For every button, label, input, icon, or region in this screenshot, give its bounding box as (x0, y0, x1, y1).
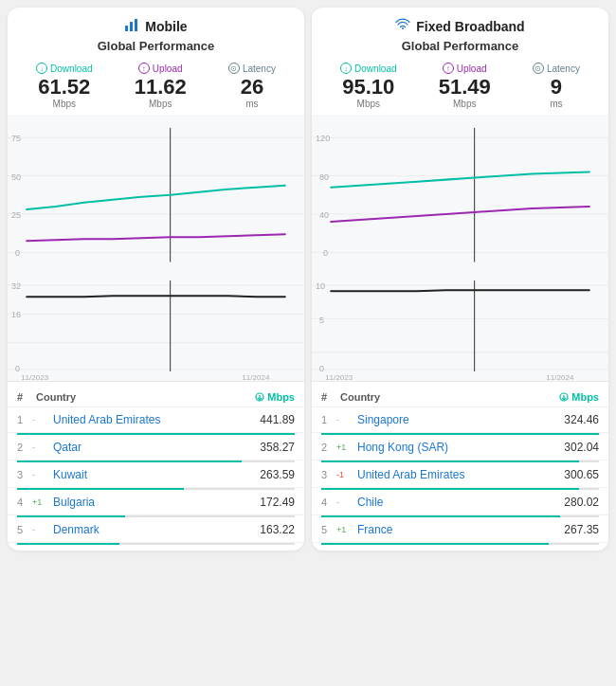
svg-text:11/2024: 11/2024 (546, 373, 574, 381)
row-value: 263.59 (260, 468, 295, 481)
row-change: - (336, 415, 357, 424)
mobile-download-label: Download (50, 63, 92, 74)
fixed-download-metric: ↓ Download 95.10 Mbps (340, 63, 396, 109)
row-change: - (336, 497, 357, 507)
svg-text:40: 40 (319, 210, 329, 220)
row-num: 4 (17, 496, 32, 508)
country-name[interactable]: Denmark (53, 523, 260, 536)
mobile-upload-value: 11.62 (135, 76, 187, 99)
mobile-latency-metric: ⊙ Latency 26 ms (228, 63, 276, 109)
fixed-download-value: 95.10 (340, 76, 396, 99)
row-num: 1 (17, 414, 32, 425)
country-name[interactable]: Chile (357, 496, 564, 509)
upload-icon: ↑ (138, 63, 150, 74)
row-num: 1 (321, 414, 336, 425)
svg-text:32: 32 (11, 281, 21, 291)
mobile-upload-metric: ↑ Upload 11.62 Mbps (135, 63, 187, 109)
upload-icon: ↑ (443, 63, 454, 74)
mobile-top-chart-svg: 75 50 25 0 (8, 118, 304, 272)
row-num: 4 (321, 496, 336, 508)
country-name[interactable]: Hong Kong (SAR) (357, 441, 564, 454)
mobile-header: Mobile (8, 8, 304, 39)
row-change: +1 (32, 497, 53, 507)
fixed-latency-label: Latency (547, 63, 580, 74)
row-num: 2 (321, 442, 336, 453)
mobile-upload-unit: Mbps (135, 99, 187, 109)
svg-text:25: 25 (11, 210, 21, 220)
country-name[interactable]: France (357, 523, 564, 536)
mobile-latency-value: 26 (228, 76, 276, 99)
row-num: 3 (321, 469, 336, 480)
country-name[interactable]: Bulgaria (53, 496, 260, 509)
row-change: - (32, 442, 53, 452)
table-row: 1 - United Arab Emirates 441.89 (8, 407, 304, 433)
row-num: 5 (17, 524, 32, 535)
country-name[interactable]: Qatar (53, 441, 260, 454)
country-name[interactable]: United Arab Emirates (357, 468, 564, 481)
svg-text:120: 120 (316, 134, 330, 143)
mobile-top-chart: 75 50 25 0 (8, 115, 304, 272)
mobile-download-unit: Mbps (36, 99, 92, 109)
table-row: 2 - Qatar 358.27 (8, 435, 304, 460)
table-row: 4 +1 Bulgaria 172.49 (8, 490, 304, 515)
row-value: 267.35 (564, 523, 599, 536)
row-change: +1 (336, 442, 357, 452)
fixed-download-unit: Mbps (340, 99, 396, 109)
mobile-table: # Country Mbps 1 - United Arab Emirates … (8, 382, 304, 551)
country-name[interactable]: Singapore (357, 413, 564, 426)
mobile-mbps-col: Mbps (255, 391, 295, 403)
svg-text:5: 5 (319, 316, 324, 325)
row-value: 302.04 (564, 441, 599, 454)
fixed-mbps-col: Mbps (559, 391, 599, 403)
svg-rect-2 (135, 19, 137, 31)
fixed-upload-unit: Mbps (439, 99, 491, 109)
table-row: 3 - Kuwait 263.59 (8, 462, 304, 488)
row-change: - (32, 525, 53, 534)
fixed-panel: Fixed Broadband Global Performance ↓ Dow… (312, 8, 608, 551)
svg-rect-0 (125, 26, 128, 31)
row-value: 172.49 (260, 496, 295, 509)
fixed-metrics: ↓ Download 95.10 Mbps ↑ Upload 51.49 Mbp… (312, 59, 608, 115)
row-value: 324.46 (564, 413, 599, 426)
svg-text:75: 75 (11, 134, 21, 143)
row-num: 5 (321, 524, 336, 535)
row-change: +1 (336, 525, 357, 534)
fixed-hash-col: # (321, 391, 340, 403)
download-icon: ↓ (340, 63, 352, 74)
fixed-latency-metric: ⊙ Latency 9 ms (533, 63, 580, 109)
mobile-table-header: # Country Mbps (8, 388, 304, 407)
mobile-section-title: Global Performance (8, 39, 304, 53)
country-name[interactable]: United Arab Emirates (53, 413, 260, 426)
svg-rect-1 (130, 22, 133, 31)
fixed-download-label: Download (354, 63, 396, 74)
row-change: - (32, 470, 53, 479)
row-value: 280.02 (564, 496, 599, 509)
fixed-top-chart-svg: 120 80 40 0 (312, 118, 608, 272)
fixed-latency-value: 9 (533, 76, 580, 99)
country-name[interactable]: Kuwait (53, 468, 260, 481)
fixed-bottom-chart: 10 5 0 11/2023 11/2024 (312, 272, 608, 381)
fixed-table-header: # Country Mbps (312, 388, 608, 407)
bar-chart-icon (124, 17, 139, 35)
svg-text:0: 0 (319, 364, 324, 373)
mobile-latency-label: Latency (243, 63, 276, 74)
mobile-panel: Mobile Global Performance ↓ Download 61.… (8, 8, 304, 551)
mobile-upload-label: Upload (153, 63, 183, 74)
table-row: 2 +1 Hong Kong (SAR) 302.04 (312, 435, 608, 460)
mobile-metrics: ↓ Download 61.52 Mbps ↑ Upload 11.62 Mbp… (8, 59, 304, 115)
row-value: 163.22 (260, 523, 295, 536)
wifi-icon (395, 17, 410, 35)
download-icon: ↓ (36, 63, 47, 74)
table-row: 1 - Singapore 324.46 (312, 407, 608, 433)
fixed-upload-metric: ↑ Upload 51.49 Mbps (439, 63, 491, 109)
mobile-country-col: Country (36, 391, 255, 403)
svg-text:0: 0 (15, 249, 20, 259)
latency-icon: ⊙ (533, 63, 544, 74)
row-value: 441.89 (260, 413, 295, 426)
svg-text:50: 50 (11, 172, 21, 182)
fixed-top-chart: 120 80 40 0 (312, 115, 608, 272)
fixed-latency-unit: ms (533, 99, 580, 109)
table-row: 4 - Chile 280.02 (312, 490, 608, 515)
fixed-title: Fixed Broadband (416, 19, 524, 34)
mobile-title: Mobile (145, 19, 187, 34)
